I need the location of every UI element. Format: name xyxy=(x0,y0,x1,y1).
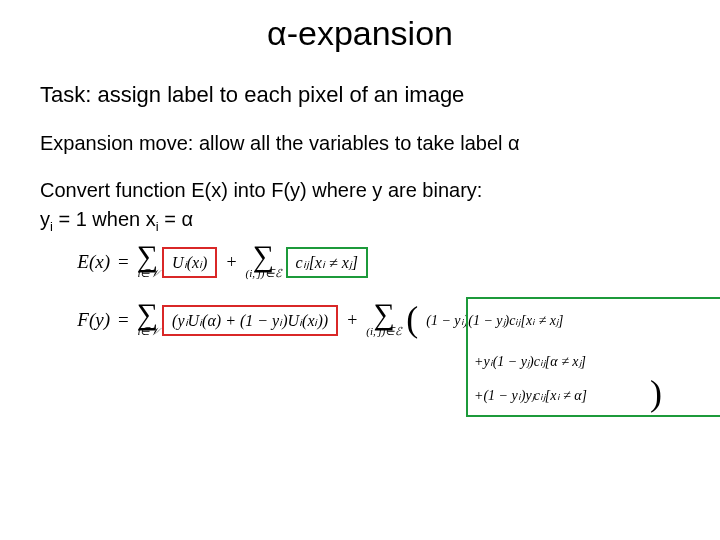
plus-1: + xyxy=(221,252,241,273)
equals-2: = xyxy=(114,309,133,331)
equals-1: = xyxy=(114,251,133,273)
sum-sub-iV-2: i∈𝒱 xyxy=(137,326,158,337)
yi-y: y xyxy=(40,208,50,230)
sum-ijE-2: ∑ (i, j)∈ℰ xyxy=(366,303,402,338)
fy-unary-term: (yᵢUᵢ(α) + (1 − yᵢ)Uᵢ(xᵢ)) xyxy=(168,309,332,332)
yi-mid: = 1 when x xyxy=(53,208,156,230)
fy-pair-line-3: +(1 − yᵢ)yⱼcᵢⱼ[xᵢ ≠ α] xyxy=(470,385,591,406)
convert-line: Convert function E(x) into F(y) where y … xyxy=(40,178,680,203)
fy-pair-term-2: +yᵢ(1 − yⱼ)cᵢⱼ[α ≠ xⱼ] xyxy=(470,351,590,372)
Fy-label: F(y) xyxy=(40,309,110,331)
sum-ijE-1: ∑ (i, j)∈ℰ xyxy=(246,245,282,280)
unary-box-Fy: (yᵢUᵢ(α) + (1 − yᵢ)Uᵢ(xᵢ)) xyxy=(162,305,338,336)
binary-def-line: yi = 1 when xi = α xyxy=(40,207,680,235)
sigma-icon: ∑ xyxy=(137,303,158,326)
yi-post: = α xyxy=(159,208,193,230)
sum-sub-ijE-2: (i, j)∈ℰ xyxy=(366,326,402,337)
big-left-paren: ( xyxy=(406,307,418,332)
sum-sub-iV-1: i∈𝒱 xyxy=(137,268,158,279)
sigma-icon: ∑ xyxy=(137,245,158,268)
Ui-xi-term: Uᵢ(xᵢ) xyxy=(168,251,211,274)
fy-pair-line-2: +yᵢ(1 − yⱼ)cᵢⱼ[α ≠ xⱼ] xyxy=(470,351,590,372)
equation-Ex: E(x) = ∑ i∈𝒱 Uᵢ(xᵢ) + ∑ (i, j)∈ℰ cᵢⱼ[xᵢ … xyxy=(40,245,368,280)
sum-iV-1: ∑ i∈𝒱 xyxy=(137,245,158,280)
sum-iV-2: ∑ i∈𝒱 xyxy=(137,303,158,338)
task-line: Task: assign label to each pixel of an i… xyxy=(40,81,680,109)
cij-term: cᵢⱼ[xᵢ ≠ xⱼ] xyxy=(292,251,363,274)
slide: α-expansion Task: assign label to each p… xyxy=(0,0,720,540)
fy-pair-term-3: +(1 − yᵢ)yⱼcᵢⱼ[xᵢ ≠ α] xyxy=(470,385,591,406)
pair-box-Ex: cᵢⱼ[xᵢ ≠ xⱼ] xyxy=(286,247,369,278)
sigma-icon: ∑ xyxy=(366,303,402,326)
Ex-label: E(x) xyxy=(40,251,110,273)
sum-sub-ijE-1: (i, j)∈ℰ xyxy=(246,268,282,279)
plus-2: + xyxy=(342,310,362,331)
slide-title: α-expansion xyxy=(40,14,680,53)
big-right-paren: ) xyxy=(650,381,662,406)
unary-box-Ex: Uᵢ(xᵢ) xyxy=(162,247,217,278)
expansion-line: Expansion move: allow all the variables … xyxy=(40,131,680,156)
sigma-icon: ∑ xyxy=(246,245,282,268)
